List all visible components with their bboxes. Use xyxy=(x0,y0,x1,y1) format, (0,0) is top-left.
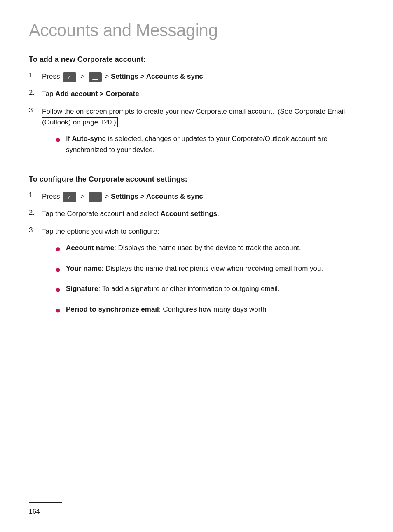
step-1-2: 2. Tap Add account > Corporate. xyxy=(29,89,364,99)
step-content: Tap the Corporate account and select Acc… xyxy=(42,209,364,219)
step-2-2: 2. Tap the Corporate account and select … xyxy=(29,209,364,219)
step-2-3-bullets: ● Account name: Displays the name used b… xyxy=(55,243,364,316)
bullet-text: Account name: Displays the name used by … xyxy=(66,243,364,253)
step-1-3: 3. Follow the on-screen prompts to creat… xyxy=(29,106,364,164)
home-button-icon xyxy=(63,72,76,82)
bullet-dot: ● xyxy=(55,305,61,316)
section-configure-corporate: To configure the Corporate account setti… xyxy=(29,175,364,324)
step-number: 1. xyxy=(29,191,42,199)
list-item: ● Signature: To add a signature or other… xyxy=(55,284,364,296)
step-number: 2. xyxy=(29,209,42,217)
bullet-dot: ● xyxy=(55,134,61,146)
bullet-text: Your name: Displays the name that recipi… xyxy=(66,263,364,274)
step-1-1: 1. Press > > Settings > Accounts & sync. xyxy=(29,71,364,82)
menu-button-icon xyxy=(89,72,102,82)
step-number: 3. xyxy=(29,226,42,234)
step-number: 3. xyxy=(29,106,42,115)
step-content: Follow the on-screen prompts to create y… xyxy=(42,106,364,164)
corporate-email-link[interactable]: (See Corporate Email (Outlook) on page 1… xyxy=(42,107,345,127)
section-add-corporate: To add a new Corporate account: 1. Press… xyxy=(29,55,364,164)
bottom-divider xyxy=(29,502,62,503)
page-title: Accounts and Messaging xyxy=(29,21,364,40)
bullet-dot: ● xyxy=(55,243,61,255)
step-content: Tap Add account > Corporate. xyxy=(42,89,364,99)
bullet-text: If Auto-sync is selected, changes or upd… xyxy=(66,134,364,155)
step-1-3-bullets: ● If Auto-sync is selected, changes or u… xyxy=(55,134,364,155)
bullet-text: Period to synchronize email: Configures … xyxy=(66,304,364,315)
section-heading-2: To configure the Corporate account setti… xyxy=(29,175,364,184)
list-item: ● Your name: Displays the name that reci… xyxy=(55,263,364,276)
list-item: ● If Auto-sync is selected, changes or u… xyxy=(55,134,364,155)
home-button-icon xyxy=(63,192,76,202)
bullet-dot: ● xyxy=(55,264,61,276)
step-2-3: 3. Tap the options you wish to configure… xyxy=(29,226,364,325)
step-number: 2. xyxy=(29,89,42,97)
step-number: 1. xyxy=(29,71,42,80)
list-item: ● Account name: Displays the name used b… xyxy=(55,243,364,255)
bullet-dot: ● xyxy=(55,284,61,296)
menu-button-icon xyxy=(89,192,102,202)
step-content: Press > > Settings > Accounts & sync. xyxy=(42,191,364,202)
section-heading-1: To add a new Corporate account: xyxy=(29,55,364,64)
page-number: 164 xyxy=(29,508,40,516)
step-2-1: 1. Press > > Settings > Accounts & sync. xyxy=(29,191,364,202)
step-content: Tap the options you wish to configure: ●… xyxy=(42,226,364,325)
list-item: ● Period to synchronize email: Configure… xyxy=(55,304,364,316)
bullet-text: Signature: To add a signature or other i… xyxy=(66,284,364,294)
step-content: Press > > Settings > Accounts & sync. xyxy=(42,71,364,82)
